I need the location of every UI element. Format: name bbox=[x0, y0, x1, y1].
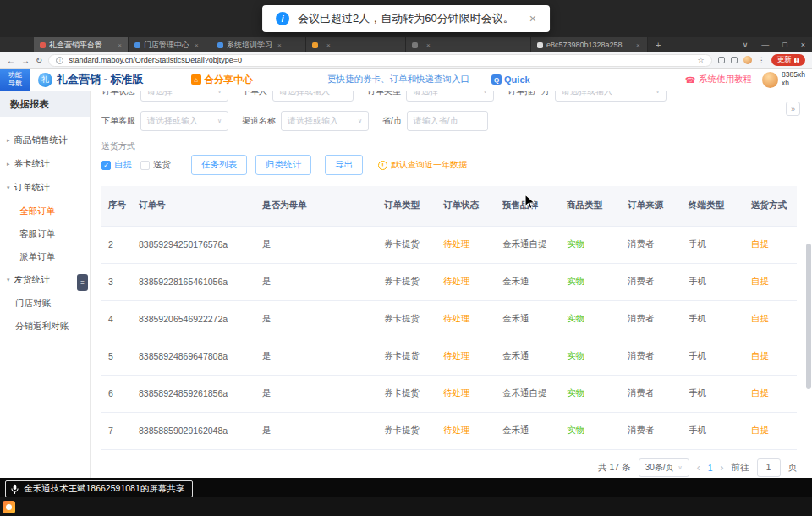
extension-icon[interactable] bbox=[718, 57, 725, 63]
sidebar-item-all-orders[interactable]: 全部订单 bbox=[0, 200, 90, 222]
sidebar-item-product-sales-stats[interactable]: ▸ 商品销售统计 bbox=[0, 129, 90, 152]
tab-close-icon[interactable]: × bbox=[326, 41, 331, 49]
cell-delivery_method: 自提 bbox=[744, 300, 797, 338]
tab-close-icon[interactable]: × bbox=[636, 41, 640, 49]
filter-channel-name: 渠道名称 请选择或输入 ∨ bbox=[242, 111, 369, 131]
browser-update-button[interactable]: 更新 ! bbox=[771, 54, 805, 66]
delivery-method-label: 送货方式 bbox=[102, 140, 797, 152]
taskbar-app-icon[interactable] bbox=[3, 501, 15, 513]
current-page[interactable]: 1 bbox=[708, 463, 713, 473]
export-button[interactable]: 导出 bbox=[325, 155, 363, 175]
refresh-icon[interactable]: ↻ bbox=[36, 56, 42, 65]
tab-search-icon[interactable]: ∨ bbox=[736, 41, 755, 49]
back-icon[interactable]: ← bbox=[7, 56, 15, 65]
cell-product_type[interactable]: 实物 bbox=[560, 412, 621, 449]
sidebar-item-store-reconciliation[interactable]: 门店对账 bbox=[0, 292, 90, 315]
table-row: 383859228165461056a是券卡提货待处理金禾通实物消费者手机自提 bbox=[102, 263, 797, 300]
system-tutorial-link[interactable]: ☎ 系统使用教程 bbox=[685, 74, 752, 85]
extension-icon[interactable] bbox=[731, 57, 738, 63]
prev-page-button[interactable]: ‹ bbox=[697, 462, 700, 474]
goto-page-input[interactable]: 1 bbox=[757, 458, 781, 477]
cell-is_parent: 是 bbox=[255, 300, 377, 338]
expand-filters-button[interactable]: » bbox=[786, 102, 800, 116]
channel-name-select[interactable]: 请选择或输入 ∨ bbox=[281, 111, 369, 131]
cell-order_type: 券卡提货 bbox=[377, 338, 436, 375]
avatar[interactable] bbox=[762, 72, 778, 88]
new-tab-button[interactable]: + bbox=[648, 37, 668, 52]
tab-favicon bbox=[217, 42, 223, 48]
toast-message: 会议已超过2人，自动转为60分钟限时会议。 bbox=[298, 11, 514, 26]
page-size-select[interactable]: 30条/页 ∨ bbox=[639, 458, 689, 477]
cell-product_type[interactable]: 实物 bbox=[560, 226, 621, 263]
sidebar-item-coupon-stats[interactable]: ▸ 券卡统计 bbox=[0, 152, 90, 176]
browser-tab-bar: 礼盒营销平台管理中心 × 门店管理中心 × 系统培训学习 × × × e8c57… bbox=[0, 37, 812, 52]
orderer-input[interactable]: 请选择或输入 bbox=[272, 91, 354, 102]
tab-close-icon[interactable]: × bbox=[195, 41, 199, 49]
forward-icon[interactable]: → bbox=[21, 56, 30, 65]
cell-presale_brand: 金禾通自提 bbox=[496, 375, 560, 412]
next-page-button[interactable]: › bbox=[721, 462, 724, 474]
order-agent-select[interactable]: 请选择或输入 ∨ bbox=[140, 111, 228, 131]
column-header: 订单号 bbox=[132, 186, 255, 226]
browser-tab[interactable]: × bbox=[306, 37, 406, 52]
order-promoter-select[interactable]: 请选择或输入 ∨ bbox=[555, 91, 667, 102]
cell-is_parent: 是 bbox=[255, 375, 377, 412]
app-title: 礼盒营销 - 标准版 bbox=[57, 72, 144, 87]
cell-order_source: 消费者 bbox=[621, 226, 682, 263]
browser-menu-icon[interactable]: ⋮ bbox=[758, 56, 765, 64]
checkbox-self-pickup[interactable]: ✓ 自提 bbox=[102, 159, 132, 171]
browser-tab[interactable]: 系统培训学习 × bbox=[211, 37, 306, 52]
sidebar-menu: ▸ 商品销售统计 ▸ 券卡统计 ▾ 订单统计 全部订单 客服订单 派单订单 ▾ … bbox=[0, 117, 90, 338]
main-content: » 订单状态 请选择 ∨ 下单人 请选择或输入 bbox=[91, 91, 812, 478]
bookmark-star-icon[interactable]: ☆ bbox=[698, 56, 705, 64]
page-info-icon[interactable]: i bbox=[56, 57, 63, 64]
chevron-down-icon: ∨ bbox=[678, 464, 683, 471]
browser-tab[interactable]: 门店管理中心 × bbox=[129, 37, 211, 52]
cell-product_type[interactable]: 实物 bbox=[560, 338, 621, 375]
order-type-select[interactable]: 请选择 ∨ bbox=[406, 91, 494, 102]
cell-presale_brand: 金禾通自提 bbox=[496, 226, 560, 263]
sidebar-item-rebate-reconciliation[interactable]: 分销返利对账 bbox=[0, 315, 90, 338]
toast-close-icon[interactable]: × bbox=[529, 12, 536, 25]
window-controls: ∨ — □ × bbox=[736, 37, 812, 52]
tab-favicon bbox=[412, 42, 418, 48]
sidebar-item-order-stats[interactable]: ▾ 订单统计 bbox=[0, 176, 90, 200]
function-nav-button[interactable]: 功能 导航 bbox=[0, 69, 30, 91]
classify-stats-button[interactable]: 归类统计 bbox=[255, 155, 311, 175]
tab-close-icon[interactable]: × bbox=[118, 41, 122, 49]
sidebar-item-service-orders[interactable]: 客服订单 bbox=[0, 222, 90, 245]
cell-delivery_method: 自提 bbox=[744, 226, 797, 263]
task-list-button[interactable]: 任务列表 bbox=[191, 155, 247, 175]
cell-order_status: 待处理 bbox=[436, 263, 496, 300]
tab-favicon bbox=[40, 42, 46, 48]
checkbox-delivery[interactable]: 送货 bbox=[140, 159, 171, 171]
cell-presale_brand: 金禾通 bbox=[496, 412, 560, 449]
maximize-button[interactable]: □ bbox=[776, 41, 793, 49]
province-city-input[interactable]: 请输入省/市 bbox=[407, 111, 488, 131]
update-alert-icon: ! bbox=[794, 58, 799, 63]
cell-product_type[interactable]: 实物 bbox=[560, 300, 621, 338]
tab-close-icon[interactable]: × bbox=[426, 41, 431, 49]
sidebar-item-dispatch-orders[interactable]: 派单订单 bbox=[0, 245, 90, 268]
url-input[interactable]: i standard.maboy.cn/OrderStatisticsDetai… bbox=[48, 54, 711, 67]
order-status-select[interactable]: 请选择 ∨ bbox=[140, 91, 228, 102]
vertical-scrollbar-thumb[interactable] bbox=[806, 244, 811, 389]
tab-close-icon[interactable]: × bbox=[277, 41, 282, 49]
browser-tab-active[interactable]: 礼盒营销平台管理中心 × bbox=[34, 37, 129, 52]
profile-icon[interactable] bbox=[743, 56, 752, 64]
cell-order_type: 券卡提货 bbox=[377, 263, 436, 300]
browser-tab[interactable]: e8c573980b1328a258fd2e6 × bbox=[531, 37, 648, 52]
close-window-button[interactable]: × bbox=[794, 41, 812, 49]
cell-order_source: 消费者 bbox=[621, 412, 682, 449]
app-logo-icon: 礼 bbox=[38, 73, 52, 87]
quick-search-link[interactable]: Q Quick bbox=[491, 74, 530, 85]
minimize-button[interactable]: — bbox=[754, 41, 776, 49]
cell-product_type[interactable]: 实物 bbox=[560, 263, 621, 300]
share-center-link[interactable]: ⌂ 合分享中心 bbox=[191, 74, 254, 86]
cell-seq: 6 bbox=[102, 375, 132, 412]
filter-orderer: 下单人 请选择或输入 bbox=[242, 91, 354, 102]
cell-product_type[interactable]: 实物 bbox=[560, 375, 621, 412]
browser-tab[interactable]: × bbox=[406, 37, 531, 52]
page-unit-label: 页 bbox=[788, 462, 798, 474]
sidebar-collapse-handle[interactable]: ≡ bbox=[77, 274, 88, 291]
